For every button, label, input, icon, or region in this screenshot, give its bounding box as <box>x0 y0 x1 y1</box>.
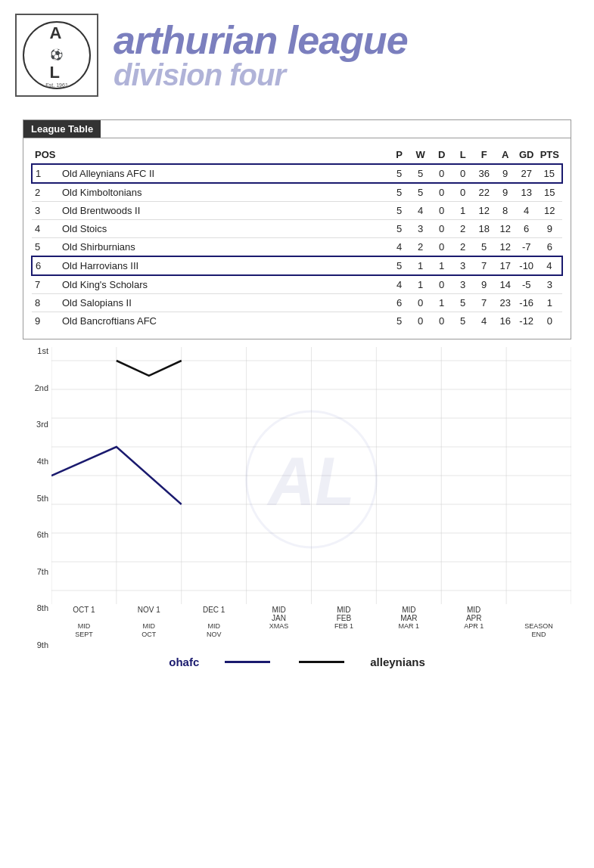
legend-alleynians-label: alleynians <box>370 656 425 668</box>
col-f: F <box>474 144 495 164</box>
table-row: 1Old Alleynians AFC II55003692715 <box>32 164 562 183</box>
table-cell: 2 <box>452 220 474 238</box>
table-cell: -16 <box>516 294 537 312</box>
table-cell: 9 <box>32 312 59 330</box>
table-cell: 1 <box>537 294 562 312</box>
table-cell: 1 <box>410 256 431 275</box>
table-cell: 18 <box>474 220 495 238</box>
table-cell: 4 <box>537 256 562 275</box>
table-cell: 0 <box>431 183 452 202</box>
table-cell: 9 <box>495 183 516 202</box>
table-row: 4Old Stoics5302181269 <box>32 220 562 238</box>
table-cell: 6 <box>537 238 562 257</box>
table-cell: 17 <box>495 256 516 275</box>
table-cell: 5 <box>389 312 410 330</box>
x-bot-midoct: MIDOCT <box>117 622 182 645</box>
table-cell: Old Brentwoods II <box>59 202 389 220</box>
table-cell: 5 <box>452 294 474 312</box>
table-row: 6Old Harrovians III5113717-104 <box>32 256 562 275</box>
table-cell: 0 <box>410 312 431 330</box>
table-cell: 12 <box>537 202 562 220</box>
league-table: POS P W D L F A GD PTS 1Old Alleynians A… <box>31 144 563 330</box>
table-cell: 2 <box>32 183 59 202</box>
logo-letters: A⚽L <box>50 23 64 82</box>
table-row: 9Old Bancroftians AFC5005416-120 <box>32 312 562 330</box>
col-w: W <box>410 144 431 164</box>
table-cell: 5 <box>410 183 431 202</box>
col-gd: GD <box>516 144 537 164</box>
table-cell: 3 <box>452 256 474 275</box>
table-cell: 0 <box>410 294 431 312</box>
table-cell: Old Kimboltonians <box>59 183 389 202</box>
table-cell: -5 <box>516 275 537 294</box>
x-bot-midsept: MIDSEPT <box>51 622 117 645</box>
table-cell: 4 <box>474 312 495 330</box>
table-cell: 5 <box>389 220 410 238</box>
col-team <box>59 144 389 164</box>
table-cell: 15 <box>537 183 562 202</box>
x-top-midapr: MIDAPR <box>441 606 506 622</box>
table-cell: 13 <box>516 183 537 202</box>
table-cell: 1 <box>431 294 452 312</box>
position-chart: 1st 2nd 3rd 4th 5th 6th 7th 8th 9th <box>23 347 571 649</box>
x-bot-midnov: MIDNOV <box>182 622 247 645</box>
league-table-wrapper: POS P W D L F A GD PTS 1Old Alleynians A… <box>23 138 571 339</box>
x-bot-xmas: XMAS <box>247 622 312 645</box>
table-cell: 0 <box>431 312 452 330</box>
table-cell: -12 <box>516 312 537 330</box>
table-cell: Old Stoics <box>59 220 389 238</box>
table-cell: 3 <box>537 275 562 294</box>
table-cell: 36 <box>474 164 495 183</box>
table-cell: Old Shirburnians <box>59 238 389 257</box>
table-row: 3Old Brentwoods II5401128412 <box>32 202 562 220</box>
league-logo: A⚽L Est. 1961 <box>15 14 98 97</box>
table-cell: 6 <box>32 256 59 275</box>
table-cell: 9 <box>495 164 516 183</box>
table-cell: 0 <box>452 183 474 202</box>
table-cell: 1 <box>32 164 59 183</box>
col-pts: PTS <box>537 144 562 164</box>
table-cell: 4 <box>32 220 59 238</box>
y-label-5: 5th <box>23 494 51 503</box>
table-cell: 1 <box>452 202 474 220</box>
table-cell: 4 <box>389 275 410 294</box>
table-cell: 5 <box>32 238 59 257</box>
table-cell: 7 <box>32 275 59 294</box>
col-l: L <box>452 144 474 164</box>
table-cell: 4 <box>410 202 431 220</box>
col-a: A <box>495 144 516 164</box>
x-axis-bottom: MIDSEPT MIDOCT MIDNOV XMAS FEB 1 MAR 1 A… <box>51 622 571 645</box>
table-cell: -7 <box>516 238 537 257</box>
table-cell: 4 <box>389 238 410 257</box>
table-cell: 0 <box>431 275 452 294</box>
y-label-9: 9th <box>23 641 51 649</box>
table-cell: 12 <box>495 238 516 257</box>
table-section-label: League Table <box>23 120 101 138</box>
x-top-dec1: DEC 1 <box>182 606 247 622</box>
table-row: 8Old Salopians II6015723-161 <box>32 294 562 312</box>
table-cell: 12 <box>474 202 495 220</box>
x-top-midmar: MIDMAR <box>376 606 441 622</box>
col-d: D <box>431 144 452 164</box>
page-title-sub: division four <box>114 60 571 90</box>
x-bot-seasonend: SEASONEND <box>506 622 571 645</box>
table-row: 5Old Shirburnians4202512-76 <box>32 238 562 257</box>
table-cell: 4 <box>516 202 537 220</box>
table-cell: Old Alleynians AFC II <box>59 164 389 183</box>
table-cell: 0 <box>431 238 452 257</box>
x-top-nov1: NOV 1 <box>117 606 182 622</box>
x-top-midfeb: MIDFEB <box>312 606 377 622</box>
y-label-8: 8th <box>23 604 51 612</box>
page-header: A⚽L Est. 1961 arthurian league division … <box>0 0 594 104</box>
table-cell: 16 <box>495 312 516 330</box>
table-cell: Old Bancroftians AFC <box>59 312 389 330</box>
page-title-main: arthurian league <box>114 20 571 60</box>
logo-est: Est. 1961 <box>45 82 68 88</box>
table-cell: 0 <box>431 220 452 238</box>
table-header-row: POS P W D L F A GD PTS <box>32 144 562 164</box>
table-cell: 6 <box>389 294 410 312</box>
table-cell: -10 <box>516 256 537 275</box>
table-cell: 5 <box>474 238 495 257</box>
y-label-3: 3rd <box>23 420 51 429</box>
table-cell: 3 <box>452 275 474 294</box>
